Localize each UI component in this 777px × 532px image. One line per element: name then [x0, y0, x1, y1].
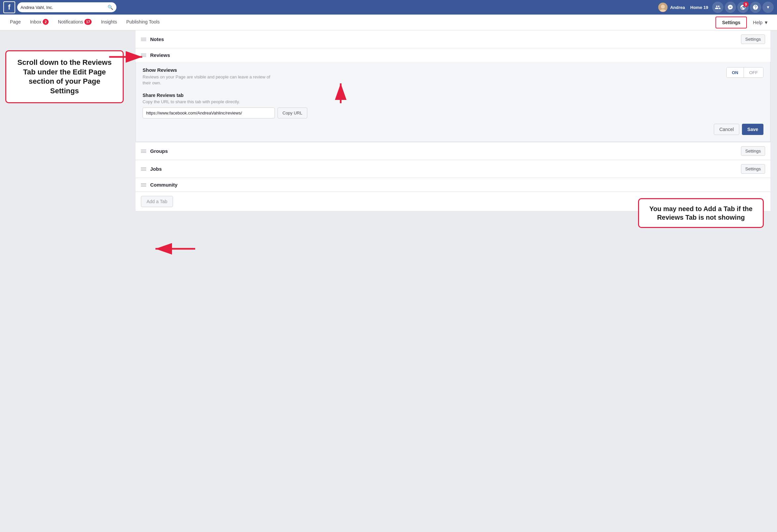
- groups-section: Groups Settings: [136, 142, 770, 160]
- notifications-badge: 17: [84, 19, 92, 25]
- inbox-badge: 2: [43, 19, 48, 25]
- save-button[interactable]: Save: [742, 124, 763, 135]
- groups-row: Groups Settings: [136, 142, 770, 160]
- jobs-label: Jobs: [150, 166, 741, 172]
- nav-home: Home 19: [690, 5, 708, 10]
- page-nav-insights[interactable]: Insights: [96, 15, 121, 30]
- bottom-annotation-box: You may need to Add a Tab if the Reviews…: [638, 198, 764, 228]
- groups-label: Groups: [150, 148, 741, 154]
- reviews-label: Reviews: [150, 52, 765, 58]
- url-row: Copy URL: [142, 108, 763, 118]
- show-reviews-row: Show Reviews Reviews on your Page are vi…: [142, 67, 763, 86]
- reviews-url-input[interactable]: [142, 108, 275, 118]
- notes-row: Notes Settings: [136, 30, 770, 48]
- toggle-on-option[interactable]: ON: [727, 68, 744, 78]
- page-navigation: Page Inbox 2 Notifications 17 Insights P…: [0, 15, 777, 30]
- drag-handle-groups: [141, 149, 146, 153]
- jobs-row: Jobs Settings: [136, 160, 770, 178]
- show-reviews-desc: Reviews on your Page are visible and peo…: [142, 74, 275, 86]
- show-reviews-label: Show Reviews: [142, 67, 275, 73]
- help-button[interactable]: Help ▼: [750, 20, 772, 25]
- right-content: Notes Settings Reviews Show Reviews Revi…: [129, 30, 777, 532]
- annotation-box: Scroll down to the Reviews Tab under the…: [5, 50, 124, 103]
- facebook-logo: f: [3, 1, 15, 13]
- community-row: Community: [136, 178, 770, 192]
- reviews-section: Reviews Show Reviews Reviews on your Pag…: [136, 48, 770, 142]
- toggle-off-option[interactable]: OFF: [744, 68, 763, 78]
- show-reviews-info: Show Reviews Reviews on your Page are vi…: [142, 67, 275, 86]
- reviews-header-row: Reviews: [136, 48, 770, 62]
- cancel-button[interactable]: Cancel: [714, 124, 740, 135]
- notes-settings-button[interactable]: Settings: [741, 34, 765, 44]
- jobs-settings-button[interactable]: Settings: [741, 164, 765, 174]
- page-nav-inbox[interactable]: Inbox 2: [25, 15, 53, 30]
- share-reviews-label: Share Reviews tab: [142, 93, 763, 98]
- page-nav-page[interactable]: Page: [5, 15, 25, 30]
- community-label: Community: [150, 182, 765, 188]
- chevron-down-icon: ▼: [764, 20, 768, 25]
- left-panel: Scroll down to the Reviews Tab under the…: [0, 30, 129, 532]
- share-reviews-section: Share Reviews tab Copy the URL to share …: [142, 93, 763, 135]
- messenger-icon-btn[interactable]: [725, 2, 736, 13]
- copy-url-button[interactable]: Copy URL: [278, 108, 307, 118]
- nav-right: Andrea Home 19 9 ▼: [658, 2, 774, 13]
- groups-settings-button[interactable]: Settings: [741, 146, 765, 156]
- main-content: Scroll down to the Reviews Tab under the…: [0, 30, 777, 532]
- globe-icon-btn[interactable]: 9: [737, 2, 749, 13]
- friends-icon-btn[interactable]: [712, 2, 724, 13]
- share-reviews-desc: Copy the URL to share this tab with peop…: [142, 99, 763, 104]
- search-bar[interactable]: Andrea Vahl, Inc. 🔍: [17, 2, 116, 12]
- page-nav-publishing-tools[interactable]: Publishing Tools: [122, 15, 164, 30]
- nav-username: Andrea: [670, 5, 685, 10]
- globe-badge: 9: [743, 2, 749, 7]
- search-icon: 🔍: [108, 5, 113, 10]
- community-section: Community: [136, 178, 770, 192]
- action-row: Cancel Save: [142, 124, 763, 135]
- notes-label: Notes: [150, 36, 741, 42]
- annotation-text: Scroll down to the Reviews Tab under the…: [14, 58, 115, 96]
- page-nav-notifications[interactable]: Notifications 17: [53, 15, 97, 30]
- drag-handle-reviews: [141, 54, 146, 57]
- jobs-section: Jobs Settings: [136, 160, 770, 178]
- add-tab-button[interactable]: Add a Tab: [141, 196, 173, 207]
- drag-handle-notes: [141, 38, 146, 41]
- reviews-expanded-panel: Show Reviews Reviews on your Page are vi…: [136, 62, 770, 142]
- drag-handle-community: [141, 183, 146, 187]
- dropdown-icon-btn[interactable]: ▼: [762, 2, 774, 13]
- avatar: [658, 3, 668, 12]
- notes-section: Notes Settings: [136, 30, 770, 48]
- help-icon-btn[interactable]: [750, 2, 761, 13]
- svg-point-1: [661, 5, 665, 9]
- top-navigation: f Andrea Vahl, Inc. 🔍 Andrea Home 19 9 ▼: [0, 0, 777, 15]
- bottom-annotation-text: You may need to Add a Tab if the Reviews…: [646, 204, 756, 222]
- search-value: Andrea Vahl, Inc.: [20, 5, 108, 10]
- toggle-button[interactable]: ON OFF: [727, 67, 764, 78]
- settings-button[interactable]: Settings: [715, 16, 747, 28]
- drag-handle-jobs: [141, 168, 146, 171]
